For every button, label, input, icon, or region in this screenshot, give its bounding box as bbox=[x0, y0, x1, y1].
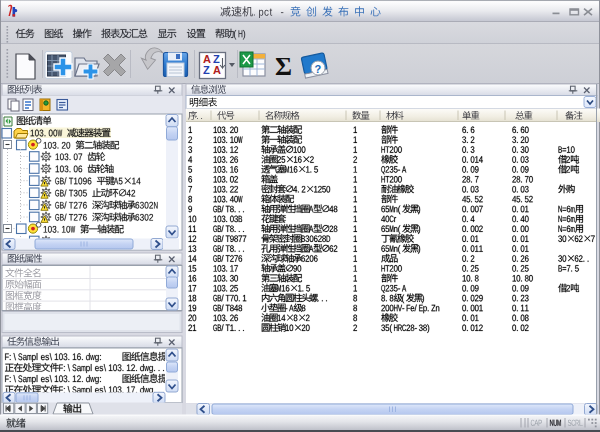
svg-text:A: A bbox=[213, 64, 221, 76]
svg-text:?: ? bbox=[315, 63, 322, 75]
svg-text:Σ: Σ bbox=[275, 52, 292, 81]
svg-text:Z: Z bbox=[203, 64, 210, 76]
